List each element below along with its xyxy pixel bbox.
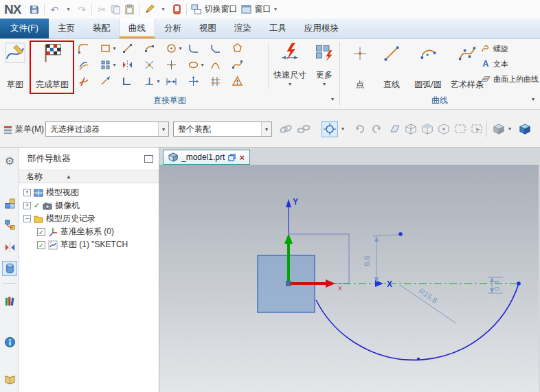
sketch-point-top[interactable] [398, 232, 403, 236]
touch-mode-button[interactable] [170, 2, 183, 17]
constraint-navigator-button[interactable] [2, 217, 17, 232]
sketch-tool-point[interactable] [165, 58, 177, 71]
sketch-canvas[interactable]: Y X X 6.6 R15.8 [159, 165, 539, 392]
dropdown-chevron[interactable]: ▾ [111, 45, 117, 51]
sketch-tool-chamfer[interactable] [209, 42, 221, 54]
name-column-header[interactable]: 名称 ▲ [19, 170, 159, 183]
combo-dropdown-button[interactable]: ▾ [261, 122, 271, 136]
shaded-view-dropdown[interactable]: ▾ [508, 126, 511, 132]
tree-item-model-history[interactable]: − 模型历史记录 [19, 212, 159, 225]
part-navigator-button[interactable] [2, 261, 17, 276]
assembly-navigator-button[interactable] [2, 196, 17, 211]
sketch-arc[interactable] [316, 284, 519, 360]
selection-scope-combo[interactable]: 整个装配 ▾ [173, 122, 272, 137]
dropdown-chevron[interactable]: ▾ [177, 45, 183, 51]
sketch-button[interactable]: 草图 [1, 41, 29, 94]
dropdown-chevron[interactable]: ▾ [111, 62, 117, 68]
tree-item-datum-csys[interactable]: ✓ 基准坐标系 (0) [19, 225, 159, 238]
sketch-tool-quick-extend[interactable] [99, 75, 111, 87]
rendering-style-button[interactable] [517, 121, 533, 137]
sketch-tool-conic[interactable] [209, 58, 221, 71]
expand-icon[interactable]: + [23, 202, 31, 209]
tree-item-cameras[interactable]: + ✓ 摄像机 [19, 199, 159, 212]
helix-button[interactable]: 螺旋 [481, 42, 508, 56]
radius-dimension-value[interactable]: R15.8 [418, 287, 439, 305]
combo-dropdown-button[interactable]: ▾ [158, 122, 168, 136]
sketch-point-bottom[interactable] [417, 358, 420, 360]
dropdown-chevron[interactable]: ▾ [311, 81, 338, 87]
close-tab-icon[interactable]: × [239, 153, 245, 162]
height-dimension[interactable]: 6.6 [363, 235, 398, 283]
gap-dimension[interactable]: 0.4 [488, 277, 503, 293]
curve-on-surface-button[interactable]: 曲面上的曲线 [481, 72, 539, 86]
snap-point-dropdown[interactable]: ▾ [341, 126, 344, 132]
repeat-command-dropdown[interactable]: ▾ [156, 2, 170, 17]
tab-view[interactable]: 视图 [190, 19, 225, 38]
sketch-tool-profile[interactable] [77, 42, 89, 54]
height-dimension-value[interactable]: 6.6 [363, 255, 371, 266]
chain-link-button[interactable] [278, 121, 294, 137]
vertex-cube-button[interactable] [436, 121, 452, 137]
dropdown-chevron[interactable]: ▾ [272, 81, 308, 87]
tab-curve[interactable]: 曲线 [119, 19, 155, 38]
dropdown-chevron[interactable]: ▾ [199, 62, 205, 68]
more-button[interactable]: 更多 ▾ [311, 41, 338, 94]
finish-sketch-button[interactable]: 完成草图 [32, 41, 73, 94]
paste-button[interactable] [122, 2, 136, 17]
switch-window-button[interactable]: 切换窗口 [190, 2, 240, 17]
radius-dimension[interactable]: R15.8 [400, 285, 456, 323]
arc-circle-button[interactable]: 圆弧/圆 [409, 41, 447, 94]
lasso-select-button[interactable] [469, 121, 485, 137]
studio-spline-button[interactable]: 艺术样条 [449, 41, 485, 94]
sketch-tool-ellipse[interactable] [187, 58, 199, 71]
sketch-tool-dimension[interactable] [165, 75, 177, 87]
line-button[interactable]: 直线 [376, 41, 407, 94]
repeat-command-button[interactable] [142, 2, 156, 17]
sketch-tool-mirror-curve[interactable] [121, 58, 133, 71]
float-window-icon[interactable] [228, 154, 236, 161]
sketch-point-right[interactable] [517, 281, 521, 286]
dropdown-chevron[interactable]: ▾ [155, 78, 161, 84]
sketch-tool-quick-trim[interactable] [77, 75, 89, 87]
tab-render[interactable]: 渲染 [225, 19, 260, 38]
checkbox-checked[interactable]: ✓ [37, 228, 45, 236]
tab-home[interactable]: 主页 [49, 19, 84, 38]
sketch-tool-fillet[interactable] [187, 42, 199, 54]
snap-point-button[interactable] [322, 121, 338, 137]
history-palette-button[interactable] [2, 371, 17, 387]
sketch-tool-display-constraints[interactable] [231, 75, 243, 87]
point-button[interactable]: 点 [346, 41, 374, 94]
rotate-view-button[interactable] [352, 121, 368, 137]
symmetric-tool-button[interactable] [2, 240, 17, 255]
sketch-tool-spline[interactable] [231, 58, 243, 71]
tab-assembly[interactable]: 装配 [84, 19, 119, 38]
sketch-tool-cross-curve[interactable] [209, 75, 221, 87]
group-dropdown-chevron[interactable]: ▾ [331, 96, 334, 102]
rapid-dimension-button[interactable]: 快速尺寸 ▾ [272, 41, 308, 94]
sketch-tool-offset-curve[interactable] [77, 58, 89, 71]
tab-file[interactable]: 文件(F) [0, 19, 49, 38]
undo-button[interactable]: ↶ [47, 2, 61, 17]
sketch-tool-rectangle[interactable] [99, 42, 111, 54]
gap-dimension-value[interactable]: 0.4 [493, 280, 501, 290]
text-button[interactable]: A 文本 [481, 57, 508, 71]
rotate-view-alt-button[interactable] [368, 121, 385, 137]
window-menu-button[interactable]: 窗口 ▾ [240, 2, 280, 17]
sketch-tool-move-curve[interactable] [187, 75, 199, 87]
redo-button[interactable]: ↷ [75, 2, 89, 17]
tree-item-sketch[interactable]: ✓ 草图 (1) "SKETCH [19, 238, 159, 251]
sketch-tool-polygon[interactable] [231, 42, 243, 54]
checkbox-checked[interactable]: ✓ [37, 241, 45, 249]
datum-plane-button[interactable] [386, 121, 403, 137]
origin-marker[interactable] [286, 281, 291, 286]
tab-tools[interactable]: 工具 [260, 19, 295, 38]
wireframe-cube-button[interactable] [403, 121, 419, 137]
sketch-tool-pattern-curve[interactable] [99, 58, 111, 71]
sketch-tool-arc[interactable] [143, 42, 155, 54]
cut-button[interactable]: ✂ [95, 2, 109, 17]
save-button[interactable] [27, 2, 41, 17]
web-browser-button[interactable] [2, 334, 17, 349]
sketch-tool-intersection-point[interactable] [143, 58, 155, 71]
group-dropdown-chevron[interactable]: ▾ [532, 96, 535, 102]
sketch-tool-geometric-constraints[interactable] [143, 75, 155, 87]
